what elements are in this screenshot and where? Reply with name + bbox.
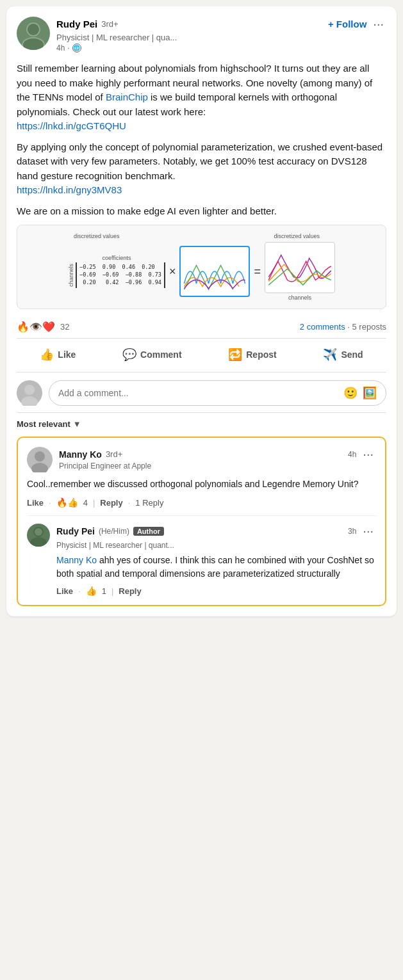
image-icon[interactable]: 🖼️	[363, 386, 377, 400]
post-time: 4h · 🌐	[56, 44, 386, 52]
reply-reaction: 👍	[86, 586, 97, 596]
post-para3: We are on a mission to make edge AI even…	[17, 204, 386, 219]
post-author-degree: 3rd+	[101, 19, 118, 29]
commenter-name: Manny Ko	[59, 449, 102, 460]
post-header: Rudy Pei 3rd+ + Follow ··· Physicist | M…	[17, 17, 386, 52]
comment-time: 4h	[348, 450, 356, 459]
current-user-avatar	[17, 380, 42, 406]
comment-reply-count: 1 Reply	[135, 498, 163, 508]
commenter-avatar	[27, 447, 53, 472]
sort-dropdown[interactable]: Most relevant	[17, 419, 70, 429]
svg-point-4	[24, 385, 35, 395]
channels-label-left: channels	[68, 264, 74, 287]
post-author-name: Rudy Pei	[56, 19, 97, 29]
comment-input[interactable]	[58, 388, 338, 398]
comment-like-link[interactable]: Like	[27, 498, 44, 508]
globe-icon: 🌐	[72, 44, 81, 52]
comment-actions: Like · 🔥👍 4 | Reply · 1 Reply	[27, 497, 376, 508]
post-link2[interactable]: https://lnkd.in/gny3MV83	[17, 184, 122, 195]
comments-link[interactable]: 2 comments	[300, 322, 345, 332]
channels-label-right: channels	[288, 294, 311, 301]
comment-input-icons: 🙂 🖼️	[343, 386, 377, 400]
emoji-icon[interactable]: 🙂	[343, 386, 358, 400]
matrix-label: coefficients	[103, 255, 131, 261]
matrix-values: −0.25 0.90 0.46 0.20 −0.69 −0.69 −0.88 0…	[76, 262, 165, 288]
wave-section-left	[179, 246, 250, 297]
comment-more-button[interactable]: ···	[360, 447, 376, 462]
post-body: Still remember learning about polynomial…	[17, 61, 386, 218]
equals-symbol: =	[254, 265, 261, 278]
wave-box-left	[179, 246, 250, 297]
svg-point-9	[30, 537, 47, 547]
follow-button[interactable]: + Follow	[328, 19, 366, 29]
diagram-content: coefficients channels −0.25 0.90 0.46 0.…	[22, 242, 381, 301]
post-para1: Still remember learning about polynomial…	[17, 61, 386, 134]
diagram-label-mid: discretized values	[74, 233, 120, 239]
like-icon: 👍	[40, 348, 54, 362]
post-link1[interactable]: https://lnkd.in/gcGT6QHU	[17, 120, 126, 131]
comment-input-wrapper[interactable]: 🙂 🖼️	[49, 380, 386, 406]
post-para2: By applying only the concept of polynomi…	[17, 140, 386, 198]
send-icon: ✈️	[323, 348, 337, 362]
reply-pronouns: (He/Him)	[99, 527, 129, 536]
reply-actions: Like · 👍 1 | Reply	[56, 586, 376, 596]
post-author-avatar[interactable]	[17, 17, 50, 50]
repost-icon: 🔁	[228, 348, 242, 362]
comment-reactions: 🔥👍	[56, 497, 78, 508]
reaction-icons: 🔥👁️❤️	[17, 321, 55, 333]
comment-text: Cool..remember we discussed orthogonal p…	[27, 478, 376, 491]
times-symbol: ×	[169, 265, 176, 278]
reply-text: Manny Ko ahh yes of course. I think this…	[56, 554, 376, 581]
svg-point-10	[35, 528, 42, 536]
commenter-degree: 3rd+	[106, 449, 122, 459]
reply-reply-link[interactable]: Reply	[119, 586, 141, 596]
sort-arrow-icon: ▼	[73, 419, 81, 429]
post-author-subtitle: Physicist | ML researcher | qua...	[56, 33, 386, 42]
comment-reply-link[interactable]: Reply	[100, 498, 122, 508]
reply-author-name: Rudy Pei	[56, 526, 95, 536]
comment-button[interactable]: 💬 Comment	[116, 342, 188, 367]
reply-time: 3h	[348, 527, 356, 536]
svg-point-5	[21, 396, 38, 406]
comment-header: Manny Ko 3rd+ 4h ··· Principal Engineer …	[27, 447, 376, 472]
post-author-info: Rudy Pei 3rd+ + Follow ··· Physicist | M…	[56, 17, 386, 52]
actions-row: 👍 Like 💬 Comment 🔁 Repost ✈️ Send	[17, 340, 386, 373]
reply-header: Rudy Pei (He/Him) Author 3h ···	[56, 524, 376, 538]
svg-point-6	[35, 451, 45, 462]
commenter-title: Principal Engineer at Apple	[59, 462, 376, 470]
reply-mention[interactable]: Manny Ko	[56, 555, 97, 565]
send-button[interactable]: ✈️ Send	[317, 342, 369, 367]
reply-like-link[interactable]: Like	[56, 586, 73, 596]
reaction-count: 32	[60, 322, 69, 332]
highlighted-comment-box: Manny Ko 3rd+ 4h ··· Principal Engineer …	[17, 437, 386, 606]
reply-reaction-count: 1	[102, 586, 106, 596]
post-diagram: discretized values discretized values co…	[17, 225, 386, 309]
reply-subtitle: Physicist | ML researcher | quant...	[56, 541, 376, 550]
diagram-label-right: discretized values	[274, 233, 320, 239]
comment-icon: 💬	[122, 348, 136, 362]
author-tag: Author	[133, 527, 164, 536]
svg-point-7	[31, 463, 48, 472]
post-more-button[interactable]: ···	[370, 17, 386, 31]
comments-reposts: 2 comments · 5 reposts	[300, 322, 386, 332]
comment-input-row: 🙂 🖼️	[17, 373, 386, 413]
nested-comment: Rudy Pei (He/Him) Author 3h ··· Physicis…	[27, 515, 376, 596]
matrix-section: coefficients channels −0.25 0.90 0.46 0.…	[68, 255, 165, 288]
wave-section-right: channels	[265, 242, 335, 301]
reply-author-avatar	[27, 524, 50, 547]
svg-point-2	[28, 24, 39, 35]
reactions-row: 🔥👁️❤️ 32 2 comments · 5 reposts	[17, 316, 386, 339]
sort-row: Most relevant ▼	[17, 413, 386, 434]
repost-button[interactable]: 🔁 Repost	[222, 342, 283, 367]
like-button[interactable]: 👍 Like	[33, 342, 82, 367]
commenter-meta: Manny Ko 3rd+ 4h ··· Principal Engineer …	[59, 447, 376, 470]
reply-content: Rudy Pei (He/Him) Author 3h ··· Physicis…	[56, 524, 376, 596]
reply-more-button[interactable]: ···	[360, 524, 376, 538]
post-card: Rudy Pei 3rd+ + Follow ··· Physicist | M…	[6, 6, 397, 616]
result-box	[265, 242, 335, 293]
comment-reaction-count: 4	[83, 498, 88, 508]
brainchip-link[interactable]: BrainChip	[106, 92, 148, 102]
